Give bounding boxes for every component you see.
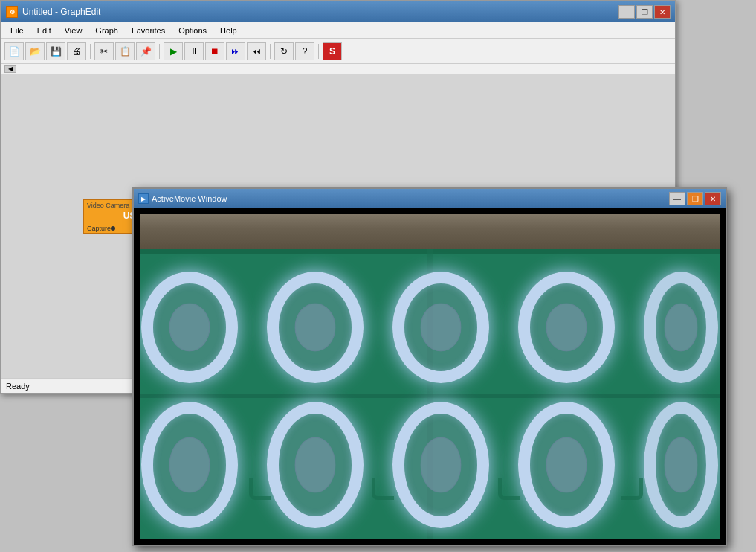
toolbar: 📄 📂 💾 🖨 ✂ 📋 📌 ▶ ⏸ ⏹ ⏭ ⏮ ↻ ? S <box>1 39 675 64</box>
close-button[interactable]: ✕ <box>654 5 671 19</box>
pad-hole-2-2 <box>294 437 335 493</box>
menu-file[interactable]: File <box>4 25 30 36</box>
solder-pad-2-1 <box>141 402 238 528</box>
main-title-bar: ⚙ Untitled - GraphEdit — ❐ ✕ <box>1 1 675 22</box>
activemovie-restore-button[interactable]: ❐ <box>687 192 703 205</box>
scroll-indicator[interactable]: ◀ <box>4 65 16 73</box>
open-button[interactable]: 📂 <box>25 42 45 60</box>
cut-button[interactable]: ✂ <box>94 42 114 60</box>
activemovie-window[interactable]: ▶ ActiveMovie Window — ❐ ✕ <box>132 187 727 546</box>
stop-button[interactable]: ⏹ <box>205 42 224 60</box>
activemovie-minimize-button[interactable]: — <box>669 192 685 205</box>
menu-graph[interactable]: Graph <box>89 25 124 36</box>
pcb-trace-corner-4 <box>621 478 643 500</box>
solder-pad-2-4 <box>518 402 615 528</box>
pcb-top-texture <box>134 208 726 249</box>
pad-hole-2-1 <box>169 437 210 493</box>
solder-pad-1-4 <box>518 272 615 383</box>
toolbar-separator-4 <box>318 44 319 59</box>
play-button[interactable]: ▶ <box>164 42 183 60</box>
pad-hole-2-3 <box>420 437 461 493</box>
solder-pad-1-2 <box>267 272 364 383</box>
title-bar-left: ⚙ Untitled - GraphEdit <box>6 6 100 18</box>
usb-camera-pin-label: Capture <box>87 225 111 232</box>
pcb-trace-corner-3 <box>498 478 520 500</box>
pause-button[interactable]: ⏸ <box>184 42 204 60</box>
frame-fwd-button[interactable]: ⏭ <box>226 42 245 60</box>
rotate-button[interactable]: ↻ <box>274 42 294 60</box>
activemovie-close-button[interactable]: ✕ <box>705 192 721 205</box>
video-border-top <box>134 208 726 214</box>
solder-pad-1-5 <box>644 272 718 383</box>
toolbar-separator-2 <box>159 44 160 59</box>
solder-pad-2-2 <box>267 402 364 528</box>
solder-pad-1-1 <box>141 272 238 383</box>
activemovie-content <box>134 208 726 545</box>
menu-options[interactable]: Options <box>172 25 213 36</box>
video-border-bottom <box>134 539 726 545</box>
menu-edit[interactable]: Edit <box>31 25 57 36</box>
menu-help[interactable]: Help <box>214 25 243 36</box>
pad-hole-2-5 <box>665 437 698 493</box>
toolbar-scrollbar: ◀ <box>1 64 675 74</box>
pad-hole-2-4 <box>546 437 587 493</box>
frame-back-button[interactable]: ⏮ <box>247 42 266 60</box>
activemovie-window-buttons: — ❐ ✕ <box>669 192 721 205</box>
help-button[interactable]: ? <box>295 42 314 60</box>
minimize-button[interactable]: — <box>618 5 635 19</box>
toolbar-separator-3 <box>270 44 271 59</box>
pcb-trace-corner-2 <box>372 478 394 500</box>
activemovie-icon: ▶ <box>138 193 149 204</box>
solder-pad-2-5 <box>644 402 718 528</box>
solder-pad-2-3 <box>392 402 489 528</box>
usb-camera-pin-dot <box>111 226 115 231</box>
copy-button[interactable]: 📋 <box>115 42 135 60</box>
pad-hole-1-3 <box>420 304 461 352</box>
pcb-pad-row-1 <box>134 272 726 383</box>
menu-bar: File Edit View Graph Favorites Options H… <box>1 22 675 39</box>
new-button[interactable]: 📄 <box>4 42 24 60</box>
pcb-video-frame <box>134 208 726 545</box>
paste-button[interactable]: 📌 <box>136 42 155 60</box>
toolbar-separator-1 <box>90 44 91 59</box>
menu-favorites[interactable]: Favorites <box>126 25 171 36</box>
title-buttons: — ❐ ✕ <box>618 5 671 19</box>
pad-hole-1-4 <box>546 304 587 352</box>
pcb-trace-mid <box>134 394 726 398</box>
activemovie-title-bar: ▶ ActiveMovie Window — ❐ ✕ <box>134 189 726 208</box>
main-window-title: Untitled - GraphEdit <box>22 7 100 17</box>
status-text: Ready <box>6 382 30 391</box>
menu-view[interactable]: View <box>59 25 88 36</box>
spy-button[interactable]: S <box>323 42 342 60</box>
restore-button[interactable]: ❐ <box>636 5 653 19</box>
video-border-right <box>720 208 726 545</box>
print-button[interactable]: 🖨 <box>67 42 86 60</box>
pad-hole-1-5 <box>665 304 698 352</box>
activemovie-title-left: ▶ ActiveMovie Window <box>138 193 227 204</box>
pcb-trace-corner-1 <box>249 478 271 500</box>
pcb-pad-row-2 <box>134 402 726 528</box>
pcb-green-area <box>134 249 726 545</box>
pad-hole-1-2 <box>294 304 335 352</box>
solder-pad-1-3 <box>392 272 489 383</box>
activemovie-title-text: ActiveMovie Window <box>152 194 227 203</box>
video-border-left <box>134 208 140 545</box>
app-icon: ⚙ <box>6 6 18 18</box>
save-button[interactable]: 💾 <box>46 42 65 60</box>
pad-hole-1-1 <box>169 304 210 352</box>
